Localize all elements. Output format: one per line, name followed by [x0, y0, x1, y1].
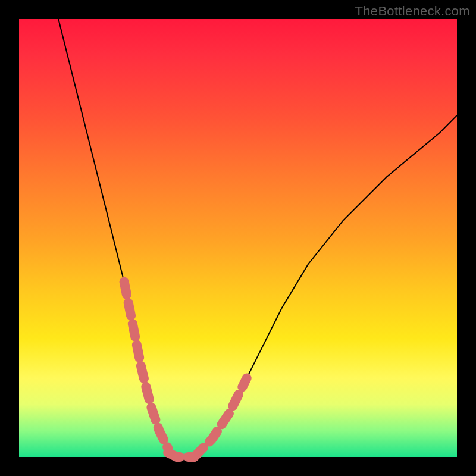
highlight-dash-right — [194, 378, 246, 458]
highlight-dash-base — [168, 453, 194, 457]
highlight-dash-left — [124, 282, 168, 449]
plot-area — [19, 19, 457, 457]
chart-container: TheBottleneck.com — [0, 0, 476, 476]
curve-svg — [19, 19, 457, 457]
watermark-text: TheBottleneck.com — [355, 4, 470, 19]
bottleneck-curve — [58, 19, 457, 457]
